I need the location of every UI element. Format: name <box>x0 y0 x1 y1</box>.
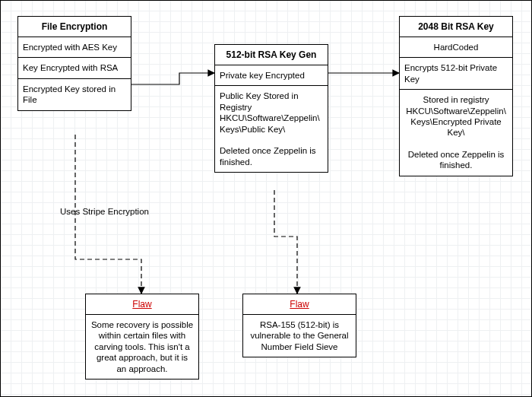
box-row: Encrypted Key stored in File <box>18 79 131 110</box>
box-rsa2048: 2048 Bit RSA Key HardCoded Encrypts 512-… <box>399 16 513 176</box>
box-flaw-rsa512: Flaw RSA-155 (512-bit) is vulnerable to … <box>242 294 356 357</box>
box-title: 2048 Bit RSA Key <box>400 17 512 37</box>
box-flaw-stripe: Flaw Some recovery is possible within ce… <box>85 294 199 380</box>
box-row: Public Key Stored in Registry HKCU\Softw… <box>215 86 328 172</box>
box-title: File Encryption <box>18 17 131 37</box>
box-file-encryption: File Encryption Encrypted with AES Key K… <box>17 16 131 111</box>
box-title: 512-bit RSA Key Gen <box>215 45 328 65</box>
box-row: Some recovery is possible within certain… <box>86 315 198 379</box>
box-row: Stored in registry HKCU\Software\Zeppeli… <box>400 90 512 176</box>
flaw-title: Flaw <box>86 294 198 315</box>
edge-label-stripe: Uses Stripe Encryption <box>60 207 149 216</box>
box-row: Encrypts 512-bit Private Key <box>400 58 512 90</box>
box-row: HardCoded <box>400 37 512 58</box>
box-row: Private key Encrypted <box>215 65 328 86</box>
flaw-title: Flaw <box>243 294 356 315</box>
box-row: Encrypted with AES Key <box>18 37 131 58</box>
box-row: Key Encrypted with RSA <box>18 58 131 78</box>
box-row: RSA-155 (512-bit) is vulnerable to the G… <box>243 315 356 357</box>
box-rsa512: 512-bit RSA Key Gen Private key Encrypte… <box>214 44 328 173</box>
